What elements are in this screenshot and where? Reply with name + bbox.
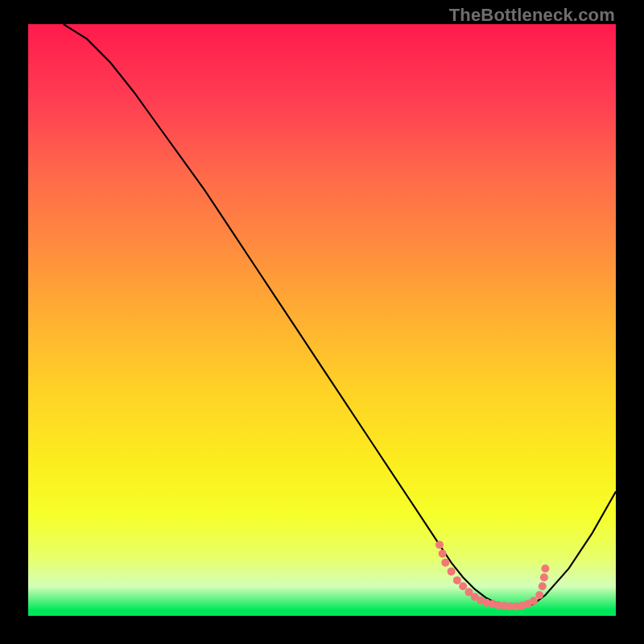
marker-dot — [436, 541, 444, 549]
marker-cluster — [436, 541, 549, 610]
chart-svg — [28, 24, 616, 616]
marker-dot — [540, 573, 548, 581]
marker-dot — [459, 582, 467, 590]
plot-area — [28, 24, 616, 616]
marker-dot — [439, 550, 447, 558]
bottleneck-curve-path — [64, 24, 616, 607]
marker-dot — [541, 564, 549, 572]
marker-dot — [535, 591, 543, 599]
marker-dot — [530, 597, 538, 605]
chart-stage: TheBottleneck.com — [0, 0, 644, 644]
marker-dot — [448, 568, 456, 576]
watermark-text: TheBottleneck.com — [449, 5, 615, 26]
marker-dot — [453, 576, 461, 584]
marker-dot — [539, 582, 547, 590]
marker-dot — [441, 559, 449, 567]
